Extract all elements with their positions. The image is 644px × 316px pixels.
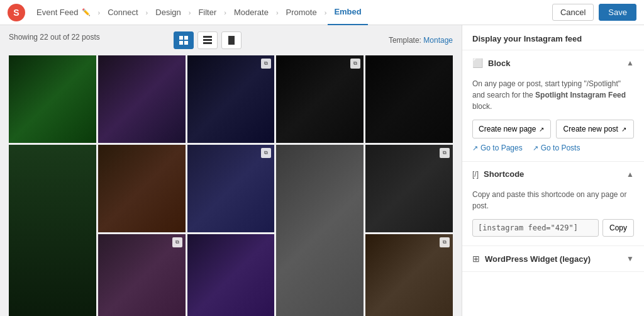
nav-sep-6: › — [325, 9, 327, 16]
top-bar-actions: Cancel Save — [552, 4, 636, 21]
photo-cell-tall[interactable] — [9, 145, 96, 316]
block-links: ↗ Go to Pages ↗ Go to Posts — [472, 144, 634, 152]
nav-item-embed[interactable]: Embed — [328, 0, 367, 25]
showing-text: Showing 22 out of 22 posts — [9, 33, 100, 42]
nav-item-promote[interactable]: Promote — [280, 0, 323, 25]
svg-rect-2 — [179, 41, 183, 45]
right-panel: Display your Instagram feed ⬜ Block ▲ On… — [462, 25, 644, 316]
photo-cell[interactable] — [98, 145, 186, 232]
photo-cell[interactable]: ⧉ — [187, 145, 275, 232]
block-description: On any page or post, start typing "/Spot… — [472, 78, 634, 112]
template-link[interactable]: Montage — [423, 36, 453, 45]
widget-toggle-icon: ▼ — [626, 254, 634, 263]
multi-photo-icon: ⧉ — [261, 148, 271, 158]
nav-sep-3: › — [189, 9, 191, 16]
edit-icon[interactable]: ✏️ — [82, 8, 91, 16]
multi-photo-icon: ⧉ — [261, 59, 271, 69]
shortcode-toggle-icon: ▲ — [626, 170, 634, 179]
go-to-pages-link[interactable]: ↗ Go to Pages — [472, 144, 523, 152]
external-link-icon: ↗ — [621, 126, 626, 133]
shortcode-row: Copy — [472, 219, 634, 237]
photo-cell[interactable]: ⧉ — [187, 55, 275, 143]
widget-title: WordPress Widget (legacy) — [485, 254, 621, 264]
svg-rect-3 — [184, 41, 188, 45]
nav-sep-5: › — [276, 9, 279, 16]
nav-sep-2: › — [146, 9, 148, 16]
photo-cell[interactable] — [9, 55, 96, 143]
left-panel: Showing 22 out of 22 posts — [0, 25, 462, 316]
link-icon: ↗ — [533, 144, 538, 152]
main-area: Showing 22 out of 22 posts — [0, 25, 644, 316]
block-accordion: ⬜ Block ▲ On any page or post, start typ… — [462, 50, 644, 162]
multi-photo-icon: ⧉ — [350, 59, 360, 69]
nav-label: Connect — [108, 8, 138, 17]
block-icon: ⬜ — [472, 58, 483, 68]
svg-rect-1 — [184, 36, 188, 40]
svg-rect-5 — [203, 39, 212, 41]
multi-photo-icon: ⧉ — [440, 148, 450, 158]
shortcode-input[interactable] — [472, 219, 599, 237]
create-post-button[interactable]: Create new post ↗ — [556, 120, 635, 138]
photo-cell[interactable] — [365, 55, 453, 143]
block-accordion-body: On any page or post, start typing "/Spot… — [462, 76, 644, 161]
widget-accordion: ⊞ WordPress Widget (legacy) ▼ — [462, 246, 644, 272]
photo-cell[interactable]: ⧉ — [98, 234, 186, 316]
widget-accordion-header[interactable]: ⊞ WordPress Widget (legacy) ▼ — [462, 246, 644, 271]
go-to-posts-link[interactable]: ↗ Go to Posts — [533, 144, 580, 152]
list-view-button[interactable] — [197, 31, 218, 49]
nav-label: Event Feed — [36, 8, 79, 17]
multi-photo-icon: ⧉ — [440, 237, 450, 247]
shortcode-accordion: [/] Shortcode ▲ Copy and paste this shor… — [462, 162, 644, 246]
nav-item-filter[interactable]: Filter — [192, 0, 223, 25]
photo-cell[interactable] — [187, 234, 275, 316]
link-icon: ↗ — [472, 144, 478, 152]
block-buttons: Create new page ↗ Create new post ↗ — [472, 120, 634, 138]
photo-cell[interactable]: ⧉ — [365, 234, 453, 316]
photo-cell[interactable]: ⧉ — [276, 55, 364, 143]
save-button[interactable]: Save — [599, 4, 636, 21]
multi-photo-icon: ⧉ — [172, 237, 182, 247]
svg-rect-7 — [228, 36, 235, 45]
external-link-icon: ↗ — [539, 126, 544, 133]
nav-label: Moderate — [234, 8, 269, 17]
svg-rect-6 — [203, 42, 212, 44]
svg-rect-0 — [179, 36, 183, 40]
nav-item-moderate[interactable]: Moderate — [228, 0, 275, 25]
shortcode-description: Copy and paste this shortcode on any pag… — [472, 189, 634, 212]
nav-label: Promote — [286, 8, 317, 17]
nav-label: Filter — [198, 8, 216, 17]
photo-grid: ⧉ ⧉ ⧉ ⧉ ⧉ ⧉ — [9, 55, 453, 316]
logo: S — [8, 4, 25, 21]
nav-sep-4: › — [224, 9, 226, 16]
photo-cell[interactable] — [98, 55, 186, 143]
nav-item-event-feed[interactable]: Event Feed ✏️ — [30, 0, 97, 25]
widget-icon: ⊞ — [472, 254, 480, 264]
template-label: Template: Montage — [389, 36, 453, 45]
block-toggle-icon: ▲ — [626, 59, 634, 67]
nav-label: Embed — [334, 7, 361, 16]
top-bar: S Event Feed ✏️ › Connect › Design › Fil… — [0, 0, 644, 25]
block-accordion-header[interactable]: ⬜ Block ▲ — [462, 50, 644, 76]
single-view-button[interactable] — [221, 31, 242, 49]
block-title: Block — [488, 59, 621, 68]
svg-rect-4 — [203, 36, 212, 38]
shortcode-title: Shortcode — [484, 169, 621, 179]
photo-cell-tall-crowd[interactable] — [276, 145, 364, 316]
photo-cell[interactable]: ⧉ — [365, 145, 453, 232]
nav-sep-1: › — [98, 9, 101, 16]
cancel-button[interactable]: Cancel — [552, 4, 594, 21]
shortcode-accordion-header[interactable]: [/] Shortcode ▲ — [462, 162, 644, 186]
copy-button[interactable]: Copy — [602, 219, 634, 237]
shortcode-accordion-body: Copy and paste this shortcode on any pag… — [462, 186, 644, 245]
create-page-button[interactable]: Create new page ↗ — [472, 120, 551, 138]
nav-label: Design — [155, 8, 180, 17]
right-panel-header: Display your Instagram feed — [462, 25, 644, 50]
nav-item-connect[interactable]: Connect — [101, 0, 144, 25]
nav-item-design[interactable]: Design — [149, 0, 187, 25]
shortcode-icon: [/] — [472, 170, 479, 179]
grid-view-button[interactable] — [174, 31, 194, 49]
